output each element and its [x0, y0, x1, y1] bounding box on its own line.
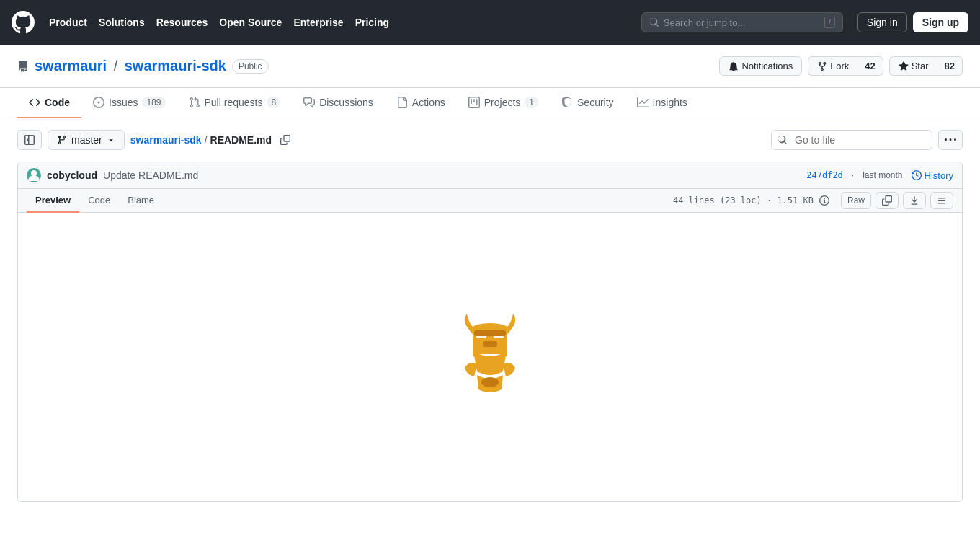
fork-button[interactable]: Fork — [808, 56, 858, 76]
commit-left: cobycloud Update README.md — [27, 168, 198, 182]
raw-button[interactable]: Raw — [841, 192, 871, 209]
file-area: master swarmauri-sdk / README.md — [0, 118, 980, 513]
discussions-tab-icon — [303, 97, 315, 108]
tab-discussions-label: Discussions — [319, 97, 373, 108]
svg-point-6 — [481, 377, 499, 387]
download-button[interactable] — [903, 192, 926, 209]
history-button[interactable]: History — [912, 170, 953, 181]
file-content — [18, 213, 962, 501]
copy-file-button[interactable] — [876, 192, 899, 209]
star-group: Star 82 — [889, 56, 963, 76]
avatar — [27, 168, 41, 182]
tab-insights[interactable]: Insights — [625, 88, 699, 118]
sign-up-button[interactable]: Sign up — [913, 12, 968, 32]
file-view-box: cobycloud Update README.md 247df2d · las… — [17, 162, 963, 502]
commit-author-link[interactable]: cobycloud — [47, 169, 97, 181]
file-action-buttons: Raw — [841, 192, 953, 209]
github-logo[interactable] — [12, 11, 35, 34]
nav-resources[interactable]: Resources — [151, 12, 214, 32]
commit-row: cobycloud Update README.md 247df2d · las… — [18, 162, 962, 189]
avatar-placeholder-icon — [27, 168, 41, 182]
tab-actions[interactable]: Actions — [385, 88, 457, 118]
header-search[interactable]: Search or jump to... / — [641, 12, 843, 32]
insights-tab-icon — [637, 97, 649, 108]
copy-path-button[interactable] — [277, 133, 293, 146]
tab-discussions[interactable]: Discussions — [292, 88, 385, 118]
tab-projects[interactable]: Projects 1 — [457, 88, 550, 118]
ellipsis-icon — [945, 134, 956, 146]
file-tabs-row: Preview Code Blame 44 lines (23 loc) · 1… — [18, 189, 962, 213]
nav-solutions[interactable]: Solutions — [93, 12, 151, 32]
security-tab-icon — [561, 97, 573, 108]
code-tab-icon — [29, 97, 40, 108]
file-tab-code[interactable]: Code — [79, 189, 119, 213]
tab-pull-requests[interactable]: Pull requests 8 — [177, 88, 293, 118]
history-icon — [912, 170, 922, 180]
commit-sha-link[interactable]: 247df2d — [806, 170, 843, 180]
nav-open-source[interactable]: Open Source — [213, 12, 288, 32]
breadcrumb-repo-link[interactable]: swarmauri-sdk — [130, 134, 202, 146]
commit-time: last month — [863, 170, 902, 180]
file-tab-blame[interactable]: Blame — [119, 189, 163, 213]
notifications-label: Notifications — [741, 61, 793, 71]
tab-issues[interactable]: Issues 189 — [81, 88, 177, 118]
tab-pr-badge: 8 — [267, 97, 280, 108]
tab-code[interactable]: Code — [17, 88, 81, 118]
github-logo-icon — [12, 11, 35, 34]
branch-icon — [57, 135, 67, 145]
search-file-icon — [778, 135, 788, 145]
branch-name: master — [71, 134, 102, 146]
file-tab-preview[interactable]: Preview — [27, 189, 79, 213]
repo-actions: Notifications Fork 42 Star 82 — [719, 56, 963, 76]
more-options-button[interactable] — [938, 130, 963, 150]
bell-icon — [729, 61, 739, 71]
sidebar-toggle-button[interactable] — [17, 130, 42, 150]
list-view-button[interactable] — [930, 192, 953, 209]
tab-security-label: Security — [577, 97, 614, 108]
main-nav: Product Solutions Resources Open Source … — [43, 12, 395, 32]
copy-icon — [280, 135, 290, 145]
repo-owner-link[interactable]: swarmauri — [35, 58, 107, 74]
tab-security[interactable]: Security — [550, 88, 625, 118]
nav-pricing[interactable]: Pricing — [349, 12, 395, 32]
path-separator: / — [114, 58, 118, 74]
repo-name-link[interactable]: swarmauri-sdk — [125, 58, 226, 74]
copy-file-icon — [882, 195, 892, 206]
nav-product[interactable]: Product — [43, 12, 93, 32]
tab-insights-label: Insights — [653, 97, 687, 108]
tab-code-label: Code — [45, 97, 70, 108]
public-badge: Public — [232, 59, 269, 74]
star-count-button[interactable]: 82 — [937, 56, 963, 76]
tab-pr-label: Pull requests — [205, 97, 263, 108]
branch-dropdown-button[interactable]: master — [48, 130, 125, 150]
issues-tab-icon — [93, 97, 104, 108]
goto-file-input[interactable] — [788, 131, 932, 149]
sidebar-toggle-icon — [24, 134, 35, 146]
repo-icon — [17, 61, 29, 72]
svg-point-0 — [31, 170, 37, 176]
tab-issues-badge: 189 — [142, 97, 165, 108]
header: Product Solutions Resources Open Source … — [0, 0, 980, 45]
search-shortcut: / — [824, 17, 835, 28]
breadcrumb-separator: / — [205, 134, 208, 146]
repo-header: swarmauri / swarmauri-sdk Public Notific… — [0, 45, 980, 88]
fork-icon — [817, 61, 827, 71]
fork-label: Fork — [830, 61, 849, 71]
search-placeholder: Search or jump to... — [664, 17, 820, 28]
svg-rect-7 — [474, 330, 506, 336]
tab-issues-label: Issues — [109, 97, 138, 108]
notifications-button[interactable]: Notifications — [719, 56, 802, 76]
file-info-icon — [819, 195, 829, 206]
commit-right: 247df2d · last month History — [806, 170, 953, 181]
tab-projects-label: Projects — [484, 97, 521, 108]
star-icon — [899, 61, 909, 71]
projects-tab-icon — [468, 97, 480, 108]
star-button[interactable]: Star — [889, 56, 937, 76]
samurai-logo — [447, 310, 533, 404]
sign-in-button[interactable]: Sign in — [858, 12, 907, 32]
nav-enterprise[interactable]: Enterprise — [288, 12, 349, 32]
star-label: Star — [912, 61, 929, 71]
fork-count-button[interactable]: 42 — [858, 56, 883, 76]
goto-file-search[interactable] — [771, 130, 932, 150]
commit-dot-separator: · — [852, 170, 854, 180]
